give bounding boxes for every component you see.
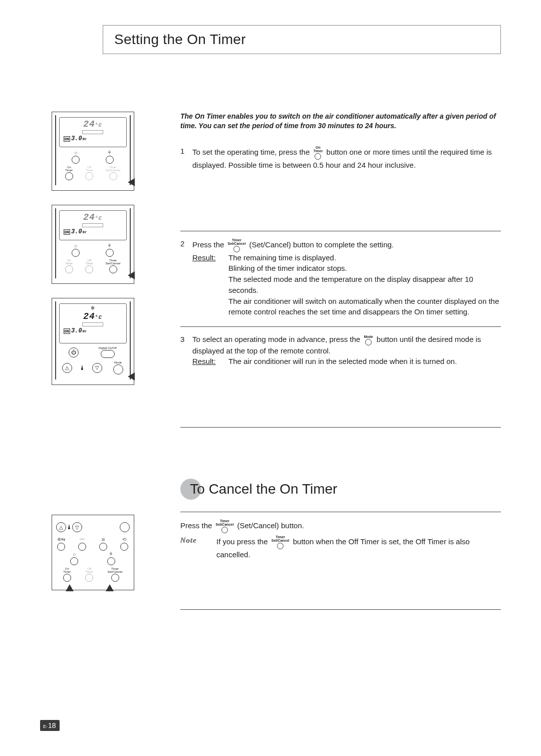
pointer-arrow-icon [128,178,135,186]
divider [180,326,501,327]
remote-diagram-1: 24°C ON3.0Hr ☼ ⚘ On Timer Off Timer Time… [52,112,134,191]
remote-diagram-4: △ 🌡 ▽ ❄⇆ 〰 ≋ ⟲ ☼ ⚘ [52,515,134,590]
pointer-arrow-icon [128,271,135,279]
up-icon: △ [62,363,72,373]
result-text: The air conditioner will run in the sele… [228,356,501,367]
set-cancel-button-icon: Timer Set/Cancel [272,535,290,549]
note-label: Note [180,535,216,560]
section-title-cancel: To Cancel the On Timer [180,480,501,501]
divider [180,609,501,610]
pointer-arrow-icon [128,372,135,381]
intro-text: The On Timer enables you to switch on th… [180,112,501,131]
divider [180,231,501,231]
down-icon: ▽ [72,522,82,532]
power-icon: ⏻ [69,347,79,357]
step-2: 2 Press the Timer Set/Cancel (Set/Cancel… [180,238,501,318]
result-text: The remaining time is displayed. Blinkin… [228,252,501,318]
up-icon: △ [56,522,66,532]
set-cancel-button-icon: Timer Set/Cancel [228,238,246,252]
content: 24°C ON3.0Hr ☼ ⚘ On Timer Off Timer Time… [35,112,501,435]
page-number: E-18 [40,720,60,731]
page-title: Setting the On Timer [103,25,501,54]
result-label: Result: [192,356,228,367]
step-1: 1 To set the operating time, press the O… [180,146,501,171]
down-icon: ▽ [92,363,102,373]
manual-page: Setting the On Timer 24°C ON3.0Hr ☼ ⚘ [0,0,541,756]
pointer-arrow-icon [106,584,114,591]
pointer-arrow-icon [66,584,74,591]
set-cancel-button-icon: Timer Set/Cancel [216,519,234,533]
divider [180,427,501,428]
illustrations: 24°C ON3.0Hr ☼ ⚘ On Timer Off Timer Time… [35,112,150,435]
divider [180,512,501,512]
remote-diagram-2: 24°C ON3.0Hr ☼ ⚘ On Timer Off Timer Time… [52,205,134,284]
cancel-instructions: Press the Timer Set/Cancel (Set/Cancel) … [150,512,501,617]
result-label: Result: [192,252,228,318]
mode-button-icon: Mode [364,335,373,345]
remote-diagram-3: ❄ 24°C ON3.0Hr ⏻ Digital On/Off △ 🌡 ▽ Mo… [52,298,134,385]
on-timer-button-icon: On Timer [313,146,323,160]
instructions: The On Timer enables you to switch on th… [150,112,501,435]
step-3: 3 To select an operating mode in advance… [180,334,501,367]
snowflake-icon: ❄ [62,305,124,311]
